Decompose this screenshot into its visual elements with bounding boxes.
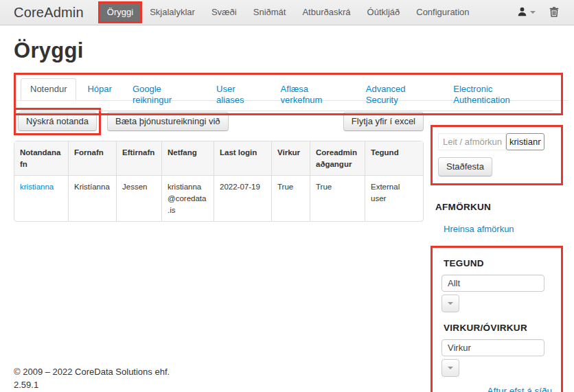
username-link[interactable]: kristianna bbox=[20, 183, 54, 191]
col-header-lastlogin: Last login bbox=[214, 141, 271, 175]
nav-item-skjalalyklar[interactable]: Skjalalyklar bbox=[141, 3, 203, 21]
caret-down-icon bbox=[448, 302, 453, 305]
col-header-lastname: Eftirnafn bbox=[116, 141, 161, 175]
user-menu-button[interactable] bbox=[517, 6, 536, 19]
caret-down-icon bbox=[530, 11, 536, 14]
nav-item-oryggi[interactable]: Öryggi bbox=[99, 3, 141, 21]
table-row: kristianna Kristíanna Jessen kristianna@… bbox=[14, 175, 423, 221]
col-header-firstname: Fornafn bbox=[68, 141, 116, 175]
users-table: Notandana fn Fornafn Eftirnafn Netfang L… bbox=[14, 141, 424, 222]
tabs-zone: Notendur Hópar Google reikningur User al… bbox=[14, 73, 563, 106]
tab-electronic-authentication[interactable]: Electronic Authentication bbox=[444, 78, 553, 111]
virkur-dropdown-toggle[interactable] bbox=[441, 359, 459, 377]
annotation-box-filters: TEGUND VIRKUR/ÓVIRKUR Aftur efst á síðu bbox=[430, 246, 563, 392]
cell-coreadmin-access: True bbox=[310, 175, 365, 221]
page-title: Öryggi bbox=[14, 38, 563, 63]
tegund-dropdown-toggle[interactable] bbox=[441, 295, 459, 312]
cell-firstname: Kristíanna bbox=[68, 175, 116, 221]
top-navbar: CoreAdmin Öryggi Skjalalyklar Svæði Snið… bbox=[0, 0, 574, 25]
virkur-select[interactable] bbox=[441, 339, 544, 356]
cell-active: True bbox=[271, 175, 310, 221]
annotation-box-tabs: Notendur Hópar Google reikningur User al… bbox=[14, 73, 563, 115]
search-input[interactable] bbox=[506, 133, 544, 150]
tab-user-aliases[interactable]: User aliases bbox=[207, 78, 271, 111]
footer: © 2009 – 2022 CoreData Solutions ehf. 2.… bbox=[14, 366, 424, 392]
table-header-row: Notandana fn Fornafn Eftirnafn Netfang L… bbox=[14, 141, 423, 175]
nav-item-outkljad[interactable]: Óútkljáð bbox=[359, 3, 409, 21]
tab-notendur[interactable]: Notendur bbox=[21, 78, 78, 111]
caret-down-icon bbox=[448, 367, 453, 369]
col-header-coreadmin-access: Coreadmin aðgangur bbox=[310, 141, 365, 175]
nav-item-svaedi[interactable]: Svæði bbox=[203, 3, 245, 21]
col-header-active: Virkur bbox=[271, 141, 310, 175]
cell-username: kristianna bbox=[14, 175, 68, 221]
virkur-label: VIRKUR/ÓVIRKUR bbox=[444, 323, 552, 333]
col-header-type: Tegund bbox=[365, 141, 423, 175]
col-header-username: Notandana fn bbox=[14, 141, 68, 175]
main-nav: Öryggi Skjalalyklar Svæði Sniðmát Atburð… bbox=[99, 0, 478, 25]
annotation-box-search: Leit / afmörkun Staðfesta bbox=[430, 125, 563, 185]
sidebar-filters: Leit / afmörkun Staðfesta AFMÖRKUN Hrein… bbox=[430, 106, 563, 392]
cell-lastname: Jessen bbox=[116, 175, 161, 221]
security-tabs: Notendur Hópar Google reikningur User al… bbox=[21, 78, 553, 111]
app-brand: CoreAdmin bbox=[14, 5, 84, 21]
tab-google-reikningur[interactable]: Google reikningur bbox=[123, 78, 207, 111]
version-text: 2.59.1 bbox=[14, 379, 424, 392]
afmorkun-heading: AFMÖRKUN bbox=[435, 202, 563, 212]
cell-email: kristianna@coredata.is bbox=[161, 175, 214, 221]
copyright-text: © 2009 – 2022 CoreData Solutions ehf. bbox=[14, 366, 424, 379]
cell-lastlogin: 2022-07-19 bbox=[214, 175, 271, 221]
nav-item-snidmat[interactable]: Sniðmát bbox=[245, 3, 295, 21]
clear-filters-link[interactable]: Hreinsa afmörkun bbox=[444, 224, 514, 234]
main-content: Nýskrá notanda Bæta þjónustureikningi vi… bbox=[14, 106, 424, 392]
col-header-email: Netfang bbox=[161, 141, 214, 175]
trash-button[interactable] bbox=[549, 6, 559, 19]
user-icon bbox=[517, 6, 527, 19]
nav-item-atburdaskra[interactable]: Atburðaskrá bbox=[294, 3, 358, 21]
navbar-right bbox=[517, 6, 563, 19]
tegund-select[interactable] bbox=[441, 275, 544, 292]
tegund-label: TEGUND bbox=[444, 258, 552, 268]
tab-hopar[interactable]: Hópar bbox=[78, 78, 122, 111]
tab-advanced-security[interactable]: Advanced Security bbox=[356, 78, 444, 111]
confirm-button[interactable]: Staðfesta bbox=[438, 157, 492, 176]
cell-type: External user bbox=[365, 175, 423, 221]
tab-aflaesa-verkefnum[interactable]: Aflæsa verkefnum bbox=[271, 78, 356, 111]
back-to-top-link[interactable]: Aftur efst á síðu bbox=[487, 386, 552, 392]
nav-item-configuration[interactable]: Configuration bbox=[408, 3, 477, 21]
search-label: Leit / afmörkun bbox=[438, 133, 506, 150]
